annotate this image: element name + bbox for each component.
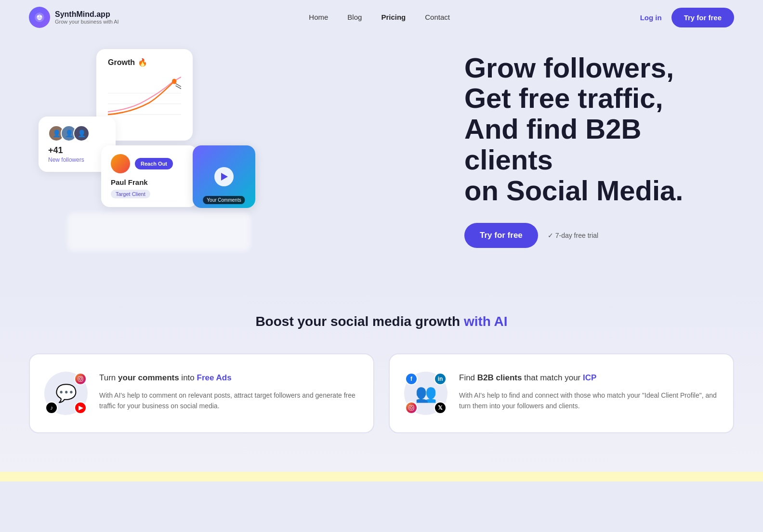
headline-line2: Get free traffic, — [464, 82, 663, 114]
svg-point-11 — [81, 377, 82, 378]
feature-icon-comments: 💬 ▶ ♪ — [44, 372, 88, 415]
nav-actions: Log in Try for free — [640, 8, 734, 27]
logo-icon — [29, 7, 50, 28]
blur-card — [67, 213, 250, 251]
play-button[interactable] — [214, 167, 234, 186]
nav-pricing[interactable]: Pricing — [381, 13, 406, 22]
target-avatar — [111, 154, 130, 173]
login-button[interactable]: Log in — [640, 13, 662, 22]
hero-illustration: Growth 🔥 — [29, 49, 279, 251]
hero-headline: Grow followers, Get free traffic, And fi… — [464, 52, 734, 206]
navigation: SynthMind.app Grow your business with AI… — [0, 0, 763, 35]
nav-contact[interactable]: Contact — [425, 13, 450, 22]
logo[interactable]: SynthMind.app Grow your business with AI — [29, 7, 119, 28]
svg-point-2 — [40, 15, 42, 17]
headline-line1: Grow followers, — [464, 52, 674, 83]
avatar-3: 👤 — [73, 125, 90, 142]
hero-cta: Try for free ✓ 7-day free trial — [464, 223, 734, 248]
boost-title-accent: with AI — [464, 314, 508, 329]
feature-title-b2b: Find B2B clients that match your ICP — [459, 372, 719, 384]
svg-rect-9 — [78, 376, 83, 381]
try-button-nav[interactable]: Try for free — [671, 8, 734, 27]
hero-text: Grow followers, Get free traffic, And fi… — [464, 52, 734, 248]
growth-chart — [108, 72, 181, 120]
comments-badge: Your Comments — [203, 196, 245, 204]
nav-blog[interactable]: Blog — [347, 13, 362, 22]
target-client-card: Reach Out Paul Frank Target Client — [101, 145, 197, 207]
svg-point-1 — [37, 15, 39, 17]
feature-content-b2b: Find B2B clients that match your ICP Wit… — [459, 372, 719, 411]
trial-text: ✓ 7-day free trial — [548, 232, 598, 239]
comment-icon: 💬 — [55, 383, 77, 403]
followers-count: +41 — [48, 145, 106, 156]
nav-links: Home Blog Pricing Contact — [309, 13, 450, 22]
people-icon: 👥 — [415, 383, 437, 403]
feature-content-comments: Turn your comments into Free Ads With AI… — [99, 372, 359, 411]
boost-section: Boost your social media growth with AI 💬… — [0, 285, 763, 472]
feature-cards: 💬 ▶ ♪ Turn your comments into Free Ads W… — [29, 353, 734, 433]
feature-title-comments: Turn your comments into Free Ads — [99, 372, 359, 384]
bottom-bar — [0, 472, 763, 481]
nav-home[interactable]: Home — [309, 13, 328, 22]
feature-desc-b2b: With AI's help to find and connect with … — [459, 390, 719, 412]
flame-icon: 🔥 — [138, 58, 147, 67]
play-icon — [221, 173, 228, 181]
boost-title-prefix: Boost your social media growth — [255, 314, 464, 329]
hero-section: Growth 🔥 — [0, 35, 763, 285]
video-card: Your Comments — [193, 145, 255, 208]
growth-card-title: Growth 🔥 — [108, 58, 181, 67]
headline-line4: on Social Media. — [464, 175, 683, 206]
feature-icon-b2b: 👥 f in 𝕏 — [404, 372, 447, 415]
feature-card-comments: 💬 ▶ ♪ Turn your comments into Free Ads W… — [29, 353, 374, 433]
headline-line3: And find B2B clients — [464, 113, 641, 175]
svg-point-10 — [79, 378, 82, 380]
target-badge: Target Client — [111, 190, 150, 198]
feature-desc-comments: With AI's help to comment on relevant po… — [99, 390, 359, 412]
feature-card-b2b: 👥 f in 𝕏 Find B2B clients that match you… — [389, 353, 734, 433]
logo-tagline: Grow your business with AI — [55, 19, 119, 25]
target-header: Reach Out — [111, 154, 188, 173]
svg-rect-12 — [409, 405, 414, 410]
followers-label: New followers — [48, 156, 106, 163]
reach-out-button[interactable]: Reach Out — [135, 158, 173, 169]
svg-point-13 — [410, 407, 413, 409]
target-name: Paul Frank — [111, 178, 188, 186]
try-button-hero[interactable]: Try for free — [464, 223, 538, 248]
boost-title: Boost your social media growth with AI — [29, 314, 734, 329]
logo-name: SynthMind.app — [55, 10, 119, 19]
avatars-row: 👤 👤 👤 — [48, 125, 106, 142]
